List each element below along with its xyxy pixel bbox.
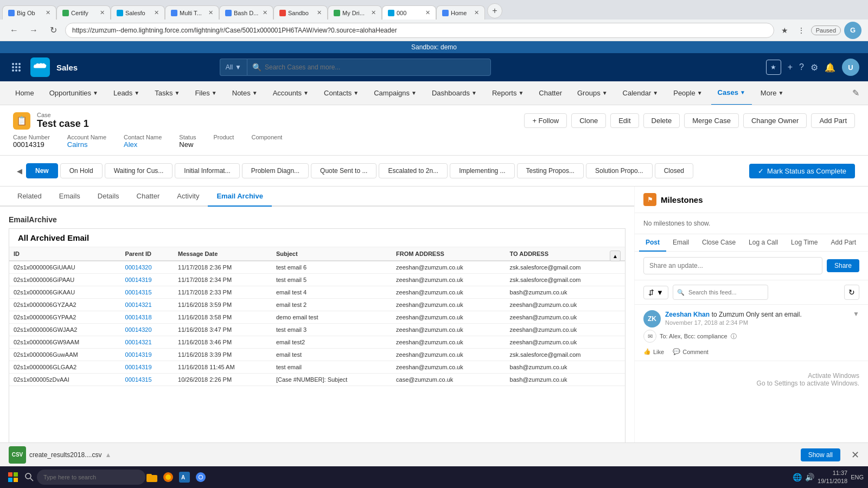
cell-parent-id[interactable]: 00014321 bbox=[121, 336, 174, 349]
forward-button[interactable]: → bbox=[26, 23, 41, 38]
cell-parent-id[interactable]: 00014319 bbox=[121, 349, 174, 361]
info-icon[interactable]: ⓘ bbox=[731, 332, 737, 341]
tab-close-4[interactable]: ✕ bbox=[208, 9, 213, 16]
status-step-onhold[interactable]: On Hold bbox=[60, 163, 103, 178]
app-launcher-icon[interactable] bbox=[9, 60, 24, 75]
share-button[interactable]: Share bbox=[827, 259, 859, 272]
cell-parent-id[interactable]: 00014319 bbox=[121, 361, 174, 374]
add-part-button[interactable]: Add Part bbox=[811, 113, 855, 128]
tab-details[interactable]: Details bbox=[89, 187, 128, 207]
bookmark-icon[interactable]: ★ bbox=[778, 24, 792, 37]
cell-parent-id[interactable]: 00014321 bbox=[121, 299, 174, 311]
tab-000-active[interactable]: 000 ✕ bbox=[382, 5, 436, 20]
chatter-tab-post[interactable]: Post bbox=[639, 234, 666, 252]
user-avatar[interactable]: U bbox=[842, 59, 859, 76]
taskbar-search-icon[interactable] bbox=[22, 470, 37, 485]
comment-button[interactable]: 💬 Comment bbox=[673, 348, 709, 355]
tab-close-7[interactable]: ✕ bbox=[371, 9, 376, 16]
favorites-icon[interactable]: ★ bbox=[766, 60, 781, 75]
nav-leads[interactable]: Leads▼ bbox=[107, 81, 146, 105]
back-button[interactable]: ← bbox=[7, 23, 22, 38]
chatter-tab-add-part[interactable]: Add Part bbox=[824, 234, 863, 252]
tab-close-2[interactable]: ✕ bbox=[100, 9, 105, 16]
nav-calendar[interactable]: Calendar▼ bbox=[616, 81, 665, 105]
settings-gear-icon[interactable]: ⚙ bbox=[810, 62, 818, 73]
account-link[interactable]: Cairns bbox=[67, 140, 88, 149]
tab-close-5[interactable]: ✕ bbox=[263, 9, 267, 16]
cell-parent-id[interactable]: 00014315 bbox=[121, 286, 174, 299]
cell-parent-id[interactable]: 00014319 bbox=[121, 274, 174, 286]
search-input[interactable] bbox=[247, 59, 491, 76]
status-step-new[interactable]: New bbox=[26, 163, 58, 178]
chatter-tab-email[interactable]: Email bbox=[666, 234, 695, 252]
chatter-tab-log-time[interactable]: Log Time bbox=[784, 234, 824, 252]
bell-icon[interactable]: 🔔 bbox=[825, 62, 835, 73]
status-step-problem[interactable]: Problem Diagn... bbox=[242, 163, 309, 178]
nav-home[interactable]: Home bbox=[9, 81, 41, 105]
nav-notes[interactable]: Notes▼ bbox=[226, 81, 264, 105]
tab-multi[interactable]: Multi T... ✕ bbox=[165, 5, 219, 20]
status-step-initial[interactable]: Initial Informat... bbox=[175, 163, 239, 178]
refresh-feed-button[interactable]: ↻ bbox=[844, 285, 859, 300]
taskbar-search-input[interactable] bbox=[37, 470, 145, 485]
nav-groups[interactable]: Groups▼ bbox=[571, 81, 614, 105]
file-caret-icon[interactable]: ▲ bbox=[105, 451, 111, 459]
tab-close-3[interactable]: ✕ bbox=[154, 9, 159, 16]
tab-sandbox[interactable]: Sandbo ✕ bbox=[273, 5, 328, 20]
tab-salesforce[interactable]: Salesfo ✕ bbox=[111, 5, 165, 20]
status-step-waiting[interactable]: Waiting for Cus... bbox=[105, 163, 173, 178]
change-owner-button[interactable]: Change Owner bbox=[743, 113, 807, 128]
cell-parent-id[interactable]: 00014318 bbox=[121, 311, 174, 324]
taskbar-chrome-icon[interactable] bbox=[194, 471, 207, 484]
settings-icon[interactable]: ⋮ bbox=[795, 24, 808, 37]
tab-home[interactable]: Home ✕ bbox=[436, 5, 485, 20]
tab-related[interactable]: Related bbox=[9, 187, 50, 207]
close-bar-button[interactable]: ✕ bbox=[851, 449, 859, 461]
search-scope-selector[interactable]: All ▼ bbox=[220, 59, 247, 76]
chatter-search-input[interactable] bbox=[673, 285, 768, 300]
status-step-closed[interactable]: Closed bbox=[655, 163, 693, 178]
scroll-up-button[interactable]: ▲ bbox=[610, 251, 621, 261]
tab-close-6[interactable]: ✕ bbox=[317, 9, 322, 16]
taskbar-file-explorer-icon[interactable] bbox=[145, 471, 158, 484]
clone-button[interactable]: Clone bbox=[571, 113, 606, 128]
follow-button[interactable]: + Follow bbox=[524, 113, 567, 128]
merge-case-button[interactable]: Merge Case bbox=[684, 113, 739, 128]
browser-profile-avatar[interactable]: G bbox=[844, 22, 861, 39]
status-step-testing[interactable]: Testing Propos... bbox=[517, 163, 584, 178]
delete-button[interactable]: Delete bbox=[643, 113, 680, 128]
tab-bash[interactable]: Bash D... ✕ bbox=[219, 5, 273, 20]
status-step-implementing[interactable]: Implementing ... bbox=[450, 163, 514, 178]
tab-close-home[interactable]: ✕ bbox=[474, 9, 479, 16]
nav-edit-icon[interactable]: ✎ bbox=[852, 88, 859, 98]
contact-link[interactable]: Alex bbox=[124, 140, 137, 149]
nav-campaigns[interactable]: Campaigns▼ bbox=[367, 81, 423, 105]
nav-chatter[interactable]: Chatter bbox=[532, 81, 569, 105]
add-icon[interactable]: + bbox=[788, 62, 793, 72]
status-step-escalated[interactable]: Escalated to 2n... bbox=[379, 163, 448, 178]
tab-close-1[interactable]: ✕ bbox=[46, 9, 50, 16]
status-step-solution[interactable]: Solution Propo... bbox=[586, 163, 653, 178]
nav-opportunities[interactable]: Opportunities▼ bbox=[43, 81, 105, 105]
nav-more[interactable]: More▼ bbox=[754, 81, 790, 105]
nav-dashboards[interactable]: Dashboards▼ bbox=[425, 81, 483, 105]
show-all-button[interactable]: Show all bbox=[801, 448, 840, 461]
nav-contacts[interactable]: Contacts▼ bbox=[317, 81, 365, 105]
cell-parent-id[interactable]: 00014320 bbox=[121, 324, 174, 336]
tab-emails[interactable]: Emails bbox=[50, 187, 89, 207]
chatter-msg-author[interactable]: Zeeshan Khan bbox=[665, 311, 710, 318]
nav-reports[interactable]: Reports▼ bbox=[486, 81, 530, 105]
email-table-scroll[interactable]: ID Parent ID Message Date Subject FROM A… bbox=[9, 247, 625, 460]
status-step-quote[interactable]: Quote Sent to ... bbox=[311, 163, 376, 178]
chatter-tab-close-case[interactable]: Close Case bbox=[695, 234, 742, 252]
tab-chatter[interactable]: Chatter bbox=[128, 187, 169, 207]
chatter-tab-log-call[interactable]: Log a Call bbox=[742, 234, 784, 252]
like-button[interactable]: 👍 Like bbox=[643, 348, 664, 355]
tab-close-active[interactable]: ✕ bbox=[425, 9, 430, 16]
nav-cases[interactable]: Cases▼ bbox=[711, 81, 752, 105]
chatter-msg-more-button[interactable]: ▼ bbox=[853, 310, 859, 318]
tab-certify[interactable]: Certify ✕ bbox=[56, 5, 111, 20]
new-tab-button[interactable]: + bbox=[487, 3, 502, 18]
nav-people[interactable]: People▼ bbox=[667, 81, 709, 105]
cell-parent-id[interactable]: 00014320 bbox=[121, 261, 174, 274]
